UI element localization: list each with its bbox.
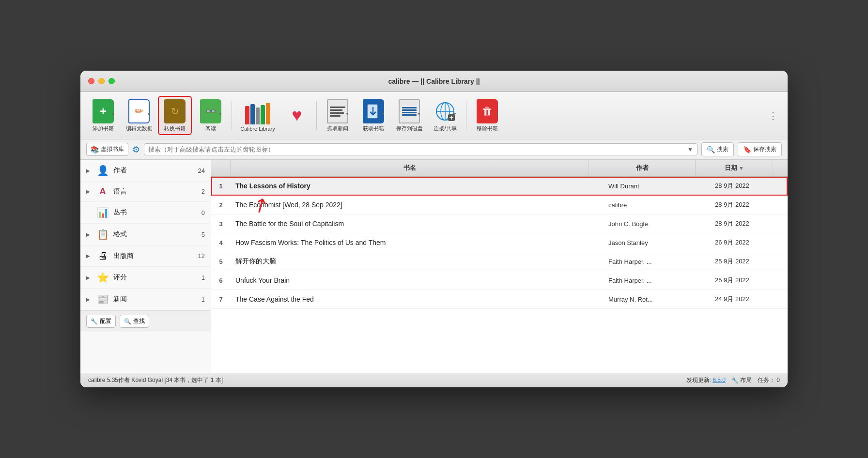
book-title-5: 解开你的大脑 — [231, 252, 604, 271]
get-book-icon — [363, 99, 384, 123]
sidebar-bottom: 🔧 配置 🔍 查找 — [80, 310, 211, 332]
table-row[interactable]: 3 The Battle for the Soul of Capitalism … — [211, 214, 788, 233]
convert-icon-area: ↻ ▼ — [162, 99, 187, 124]
connect-icon-area: ▼ — [433, 99, 458, 124]
tasks-count: 0 — [776, 377, 780, 383]
sidebar-item-rating[interactable]: ▶ ⭐ 评分 1 — [80, 267, 211, 289]
book-author-7: Murray N. Rot... — [604, 291, 710, 308]
header-date-label: 日期 — [725, 164, 737, 172]
get-book-label: 获取书籍 — [363, 125, 384, 132]
header-author[interactable]: 作者 — [589, 160, 696, 176]
maximize-button[interactable] — [108, 78, 115, 84]
read-button[interactable]: 👓 ▼ 阅读 — [194, 97, 228, 134]
search-icon: 🔍 — [707, 146, 715, 153]
status-right: 发现更新: 6.5.0 🔧 布局 任务： 0 — [686, 376, 780, 384]
get-book-svg — [366, 103, 381, 120]
book-author-3: John C. Bogle — [604, 215, 710, 232]
tasks-display: 任务： 0 — [758, 376, 780, 384]
book-date-5: 25 9月 2022 — [710, 252, 788, 271]
table-row[interactable]: 5 解开你的大脑 Faith Harper, ... 25 9月 2022 — [211, 252, 788, 271]
publisher-expand-icon: ▶ — [86, 253, 92, 259]
search-gear-icon[interactable]: ⚙ — [132, 144, 140, 155]
save-search-button[interactable]: 🔖 保存搜索 — [738, 142, 782, 156]
fetch-news-icon — [327, 99, 348, 123]
config-label: 配置 — [100, 317, 111, 325]
add-book-button[interactable]: ▼ 添加书籍 — [86, 97, 120, 134]
table-row[interactable]: 4 How Fascism Works: The Politics of Us … — [211, 233, 788, 252]
calibre-lib-label: Calibre Library — [240, 126, 275, 132]
edit-meta-dropdown-arrow: ▼ — [147, 112, 151, 116]
trash-icon: 🗑 — [482, 105, 493, 118]
sidebar-item-author[interactable]: ▶ 👤 作者 24 — [80, 160, 211, 182]
sidebar-item-format[interactable]: ▶ 📋 格式 5 — [80, 224, 211, 245]
book-author-2: calibre — [604, 197, 710, 214]
close-button[interactable] — [88, 78, 94, 84]
book-author-4: Jason Stanley — [604, 234, 710, 251]
author-icon: 👤 — [96, 165, 109, 176]
convert-button[interactable]: ↻ ▼ 转换书籍 — [158, 96, 192, 135]
get-book-icon-area: ▼ — [361, 99, 386, 124]
book-title-4: How Fascism Works: The Politics of Us an… — [231, 234, 604, 251]
statusbar: calibre 5.35作者 Kovid Goyal [34 本书，选中了 1 … — [80, 373, 788, 387]
series-label: 丛书 — [113, 208, 191, 217]
config-button[interactable]: 🔧 配置 — [86, 315, 116, 328]
fetch-news-button[interactable]: ▼ 抓取新闻 — [321, 97, 355, 134]
edit-meta-button[interactable]: ✏ ▼ 编辑元数据 — [122, 97, 156, 134]
table-row[interactable]: 1 The Lessons of History Will Durant 28 … — [211, 177, 788, 196]
get-book-button[interactable]: ▼ 获取书籍 — [356, 97, 390, 134]
book-date-4: 26 9月 2022 — [710, 233, 788, 252]
format-expand-icon: ▶ — [86, 232, 92, 237]
find-button[interactable]: 🔍 查找 — [120, 315, 149, 328]
sidebar-item-language[interactable]: ▶ A 语言 2 — [80, 182, 211, 202]
get-book-dropdown-arrow: ▼ — [381, 112, 385, 116]
rating-expand-icon: ▶ — [86, 275, 92, 280]
table-row[interactable]: 6 Unfuck Your Brain Faith Harper, ... 25… — [211, 271, 788, 290]
connect-button[interactable]: ▼ 连接/共享 — [428, 97, 462, 134]
search-button[interactable]: 🔍 搜索 — [701, 142, 734, 156]
book-num-7: 7 — [211, 291, 231, 308]
news-line-4 — [330, 115, 341, 117]
save-line-3 — [402, 112, 417, 113]
format-label: 格式 — [113, 230, 191, 239]
calibre-lib-button[interactable]: Calibre Library — [236, 98, 279, 134]
update-version-link[interactable]: 6.5.0 — [713, 377, 726, 383]
table-row[interactable]: 7 The Case Against the Fed Murray N. Rot… — [211, 290, 788, 309]
virtual-library-button[interactable]: 📚 虚拟书库 — [86, 143, 128, 156]
connect-dropdown-arrow: ▼ — [453, 112, 457, 116]
rating-icon: ⭐ — [96, 272, 109, 283]
remove-book-icon-area: 🗑 ▼ — [475, 99, 500, 124]
save-disk-label: 保存到磁盘 — [396, 125, 423, 132]
book-title-3: The Battle for the Soul of Capitalism — [231, 215, 604, 232]
table-row[interactable]: 2 The Economist [Wed, 28 Sep 2022] calib… — [211, 196, 788, 214]
header-title[interactable]: 书名 — [231, 160, 589, 176]
save-disk-button[interactable]: ▼ 保存到磁盘 — [392, 97, 426, 134]
book-author-1: Will Durant — [604, 178, 710, 195]
news-expand-icon: ▶ — [86, 297, 92, 302]
glasses-icon: 👓 — [205, 106, 216, 117]
minimize-button[interactable] — [98, 78, 105, 84]
series-icon: 📊 — [96, 207, 109, 218]
book-date-1: 28 9月 2022 — [710, 177, 788, 195]
save-line-4 — [402, 114, 417, 116]
search-btn-label: 搜索 — [717, 145, 728, 153]
book-num-4: 4 — [211, 234, 231, 251]
news-line-1 — [330, 107, 345, 108]
layout-btn[interactable]: 🔧 布局 — [731, 376, 752, 384]
window-title: calibre — || Calibre Library || — [388, 77, 480, 85]
save-line-2 — [402, 109, 417, 111]
remove-book-button[interactable]: 🗑 ▼ 移除书籍 — [470, 97, 504, 134]
toolbar-separator-3 — [466, 101, 466, 130]
search-dropdown-arrow[interactable]: ▼ — [687, 146, 693, 153]
connect-label: 连接/共享 — [434, 125, 456, 132]
sidebar-item-series[interactable]: ▶ 📊 丛书 0 — [80, 202, 211, 224]
header-date[interactable]: 日期 ▼ — [696, 160, 773, 176]
search-input[interactable] — [148, 146, 687, 153]
sidebar-item-publisher[interactable]: ▶ 🖨 出版商 12 — [80, 245, 211, 267]
connect-icon — [434, 99, 456, 123]
news-line-3 — [330, 112, 344, 114]
heart-button[interactable]: ♥ — [281, 101, 312, 131]
more-options-button[interactable]: ⋮ — [764, 110, 782, 122]
book-date-2: 28 9月 2022 — [710, 196, 788, 214]
heart-icon-area: ♥ — [284, 103, 310, 128]
sidebar-item-news[interactable]: ▶ 📰 新闻 1 — [80, 289, 211, 310]
